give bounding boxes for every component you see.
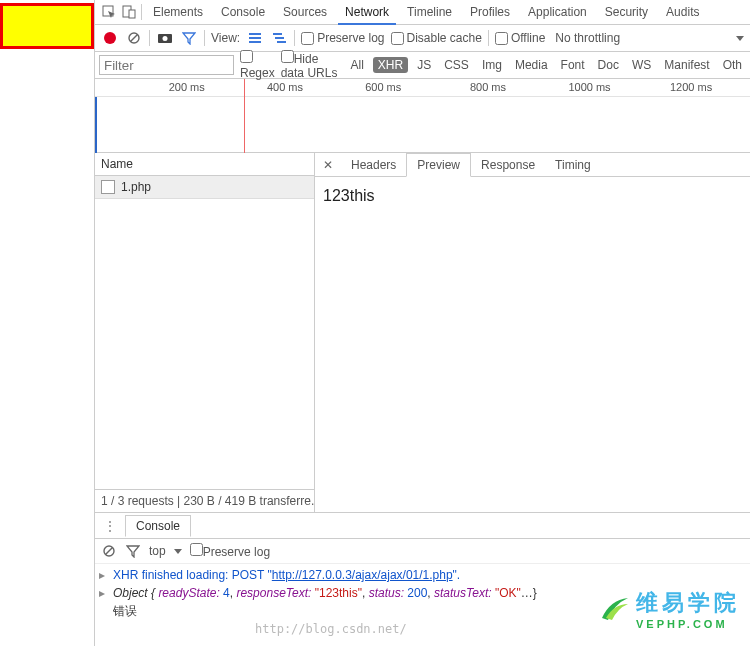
separator bbox=[488, 30, 489, 46]
console-context[interactable]: top bbox=[149, 544, 166, 558]
drawer-header: ⋮ Console bbox=[95, 513, 750, 539]
filter-input[interactable] bbox=[99, 55, 234, 75]
tab-timing[interactable]: Timing bbox=[545, 154, 601, 176]
svg-line-14 bbox=[106, 548, 113, 555]
console-line[interactable]: ▸ XHR finished loading: POST "http://127… bbox=[95, 566, 750, 584]
chip-xhr[interactable]: XHR bbox=[373, 57, 408, 73]
chip-all[interactable]: All bbox=[347, 56, 368, 74]
tab-timeline[interactable]: Timeline bbox=[400, 0, 459, 25]
console-toolbar: top Preserve log bbox=[95, 539, 750, 564]
throttling-dropdown[interactable]: No throttling bbox=[555, 31, 620, 45]
inspect-icon[interactable] bbox=[101, 4, 117, 20]
tab-application[interactable]: Application bbox=[521, 0, 594, 25]
tick: 1000 ms bbox=[568, 81, 610, 93]
svg-line-4 bbox=[131, 35, 138, 42]
filter-bar: Regex Hide data URLs All XHR JS CSS Img … bbox=[95, 52, 750, 79]
throttling-caret-icon[interactable] bbox=[736, 36, 744, 41]
disclosure-icon[interactable]: ▸ bbox=[99, 584, 113, 602]
filter-icon[interactable] bbox=[180, 29, 198, 47]
tab-profiles[interactable]: Profiles bbox=[463, 0, 517, 25]
view-label: View: bbox=[211, 31, 240, 45]
tick: 200 ms bbox=[169, 81, 205, 93]
network-toolbar: View: Preserve log Disable cache Offline… bbox=[95, 25, 750, 52]
tab-network[interactable]: Network bbox=[338, 0, 396, 25]
load-marker bbox=[95, 97, 97, 153]
tab-preview[interactable]: Preview bbox=[406, 153, 471, 177]
network-split: Name 1.php 1 / 3 requests | 230 B / 419 … bbox=[95, 153, 750, 513]
chip-doc[interactable]: Doc bbox=[594, 56, 623, 74]
devtools-panel: Elements Console Sources Network Timelin… bbox=[94, 0, 750, 646]
svg-rect-11 bbox=[275, 37, 284, 39]
preview-body: 123this bbox=[315, 177, 750, 215]
chevron-down-icon[interactable] bbox=[174, 549, 182, 554]
separator bbox=[141, 4, 142, 20]
chip-media[interactable]: Media bbox=[511, 56, 552, 74]
request-row[interactable]: 1.php bbox=[95, 176, 314, 199]
chip-js[interactable]: JS bbox=[413, 56, 435, 74]
tab-console[interactable]: Console bbox=[214, 0, 272, 25]
hide-data-urls-checkbox[interactable]: Hide data URLs bbox=[281, 50, 341, 80]
requests-pane: Name 1.php 1 / 3 requests | 230 B / 419 … bbox=[95, 153, 315, 512]
disclosure-icon[interactable]: ▸ bbox=[99, 566, 113, 584]
tick: 800 ms bbox=[470, 81, 506, 93]
console-filter-icon[interactable] bbox=[125, 543, 141, 559]
brand-overlay: 维易学院 VEPHP.COM bbox=[600, 588, 740, 630]
record-button[interactable] bbox=[101, 29, 119, 47]
device-icon[interactable] bbox=[121, 4, 137, 20]
request-name: 1.php bbox=[121, 180, 151, 194]
separator bbox=[294, 30, 295, 46]
svg-rect-12 bbox=[277, 41, 286, 43]
tab-elements[interactable]: Elements bbox=[146, 0, 210, 25]
tick: 400 ms bbox=[267, 81, 303, 93]
requests-list: 1.php bbox=[95, 176, 314, 489]
tab-response[interactable]: Response bbox=[471, 154, 545, 176]
timeline-overview[interactable]: 200 ms 400 ms 600 ms 800 ms 1000 ms 1200… bbox=[95, 79, 750, 153]
tab-audits[interactable]: Audits bbox=[659, 0, 706, 25]
view-waterfall-icon[interactable] bbox=[270, 29, 288, 47]
close-icon[interactable]: ✕ bbox=[315, 154, 341, 176]
brand-swoosh-icon bbox=[600, 594, 630, 624]
clear-icon[interactable] bbox=[125, 29, 143, 47]
screenshot-icon[interactable] bbox=[156, 29, 174, 47]
drawer-tab-console[interactable]: Console bbox=[125, 515, 191, 537]
preserve-log-checkbox[interactable]: Preserve log bbox=[301, 31, 384, 45]
detail-tabs: ✕ Headers Preview Response Timing bbox=[315, 153, 750, 177]
chip-img[interactable]: Img bbox=[478, 56, 506, 74]
tick: 600 ms bbox=[365, 81, 401, 93]
svg-rect-10 bbox=[273, 33, 282, 35]
svg-rect-2 bbox=[129, 10, 135, 18]
chip-other[interactable]: Oth bbox=[719, 56, 746, 74]
type-filter-chips: All XHR JS CSS Img Media Font Doc WS Man… bbox=[347, 56, 747, 74]
detail-pane: ✕ Headers Preview Response Timing 123thi… bbox=[315, 153, 750, 512]
chip-css[interactable]: CSS bbox=[440, 56, 473, 74]
selection-marker bbox=[0, 3, 94, 49]
separator bbox=[149, 30, 150, 46]
svg-point-6 bbox=[163, 36, 168, 41]
view-list-icon[interactable] bbox=[246, 29, 264, 47]
requests-summary: 1 / 3 requests | 230 B / 419 B transferr… bbox=[95, 489, 314, 512]
separator bbox=[204, 30, 205, 46]
chip-font[interactable]: Font bbox=[557, 56, 589, 74]
console-preserve-checkbox[interactable]: Preserve log bbox=[190, 543, 270, 559]
tab-security[interactable]: Security bbox=[598, 0, 655, 25]
drawer-handle-icon[interactable]: ⋮ bbox=[97, 518, 125, 534]
disable-cache-checkbox[interactable]: Disable cache bbox=[391, 31, 482, 45]
timeline-canvas[interactable] bbox=[95, 97, 750, 153]
console-clear-icon[interactable] bbox=[101, 543, 117, 559]
tab-headers[interactable]: Headers bbox=[341, 154, 406, 176]
chip-ws[interactable]: WS bbox=[628, 56, 655, 74]
offline-checkbox[interactable]: Offline bbox=[495, 31, 545, 45]
tick: 1200 ms bbox=[670, 81, 712, 93]
tab-sources[interactable]: Sources bbox=[276, 0, 334, 25]
main-tabbar: Elements Console Sources Network Timelin… bbox=[95, 0, 750, 25]
timeline-ruler: 200 ms 400 ms 600 ms 800 ms 1000 ms 1200… bbox=[95, 79, 750, 97]
chip-manifest[interactable]: Manifest bbox=[660, 56, 713, 74]
regex-checkbox[interactable]: Regex bbox=[240, 50, 275, 80]
file-icon bbox=[101, 180, 115, 194]
column-name[interactable]: Name bbox=[95, 153, 314, 176]
timeline-cursor bbox=[244, 79, 245, 153]
